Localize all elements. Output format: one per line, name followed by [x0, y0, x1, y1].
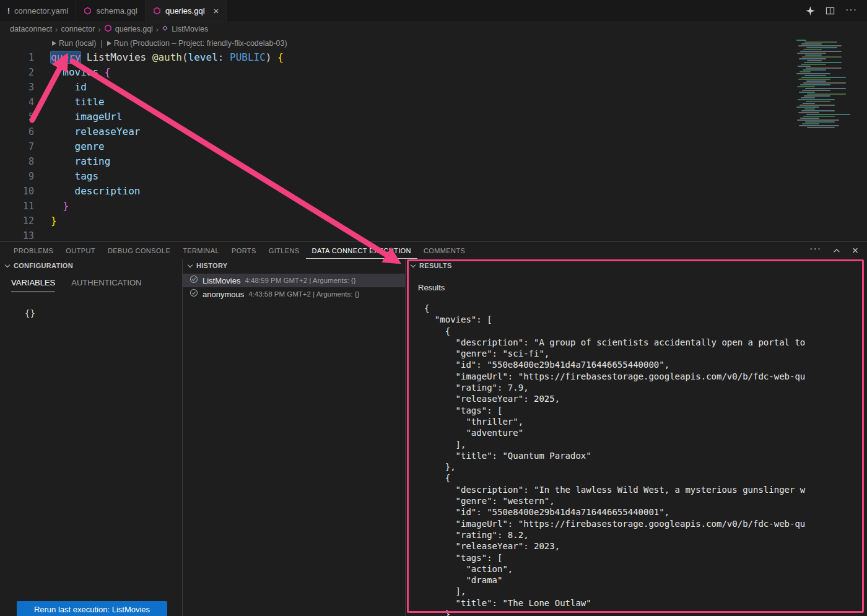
- run-production-label: Run (Production – Project: friendly-flix…: [114, 39, 287, 48]
- minimap-line: [805, 54, 822, 56]
- breadcrumb-label: connector: [61, 25, 95, 33]
- panel-tab-problems[interactable]: PROBLEMS: [7, 242, 59, 259]
- line-number: 8: [0, 154, 34, 169]
- code-line[interactable]: 10 description: [0, 184, 867, 199]
- breadcrumb-item-queries-gql[interactable]: queries.gql: [104, 24, 153, 34]
- code-line[interactable]: 12}: [0, 214, 867, 228]
- code-text: imageUrl: [51, 110, 123, 124]
- history-item[interactable]: ListMovies4:48:59 PM GMT+2 | Arguments: …: [183, 274, 405, 287]
- line-number: 3: [0, 80, 34, 95]
- panel-tab-output[interactable]: OUTPUT: [59, 242, 102, 259]
- breadcrumb-separator: ›: [98, 25, 100, 34]
- panel-tab-debug-console[interactable]: DEBUG CONSOLE: [102, 242, 176, 259]
- code-editor[interactable]: Run (local) | Run (Production – Project:…: [0, 36, 867, 242]
- breadcrumb-item-dataconnect[interactable]: dataconnect: [10, 25, 52, 33]
- run-production-link[interactable]: Run (Production – Project: friendly-flix…: [107, 39, 287, 48]
- minimap[interactable]: [795, 37, 867, 183]
- code-line[interactable]: 5 imageUrl: [0, 110, 867, 124]
- panel-tab-data-connect-execution[interactable]: DATA CONNECT EXECUTION: [306, 242, 417, 259]
- panel-close-icon[interactable]: ×: [852, 245, 858, 257]
- panel-maximize-icon[interactable]: [832, 246, 841, 255]
- history-header[interactable]: HISTORY: [183, 259, 405, 272]
- line-number: 5: [0, 110, 34, 124]
- code-line[interactable]: 1query ListMovies @auth(level: PUBLIC) {: [0, 50, 867, 65]
- minimap-line: [798, 99, 835, 100]
- check-circle-icon: [190, 288, 198, 300]
- tab-authentication[interactable]: AUTHENTICATION: [71, 278, 141, 292]
- code-line[interactable]: 7 genre: [0, 139, 867, 154]
- minimap-line: [798, 45, 842, 46]
- tab-connector-yaml[interactable]: !connector.yaml: [0, 0, 76, 22]
- minimap-line: [801, 97, 815, 98]
- panel-tab-ports[interactable]: PORTS: [225, 242, 263, 259]
- breadcrumb-separator: ›: [55, 25, 58, 34]
- code-line[interactable]: 13: [0, 228, 867, 242]
- history-item[interactable]: anonymous4:43:58 PM GMT+2 | Arguments: {…: [183, 287, 405, 301]
- results-title: RESULTS: [419, 262, 452, 269]
- minimap-line: [807, 60, 822, 61]
- minimap-line: [804, 95, 830, 97]
- minimap-line: [804, 62, 842, 63]
- code-text: rating: [51, 154, 110, 169]
- minimap-line: [803, 69, 826, 71]
- code-line[interactable]: 3 id: [0, 80, 867, 95]
- panel-tab-gitlens[interactable]: GITLENS: [263, 242, 306, 259]
- minimap-line: [796, 40, 806, 41]
- breadcrumb-item-listmovies[interactable]: ListMovies: [162, 25, 208, 33]
- code-text: id: [51, 80, 87, 95]
- sparkle-icon[interactable]: [806, 6, 815, 15]
- rerun-button[interactable]: Rerun last execution: ListMovies: [17, 601, 167, 616]
- breadcrumb-label: dataconnect: [10, 25, 52, 33]
- breadcrumb-label: queries.gql: [115, 25, 153, 33]
- run-local-link[interactable]: Run (local): [52, 39, 96, 48]
- code-line[interactable]: 2 movies {: [0, 65, 867, 80]
- minimap-line: [798, 112, 819, 113]
- chevron-down-icon: [411, 262, 416, 267]
- breadcrumb-item-connector[interactable]: connector: [61, 25, 95, 33]
- chevron-down-icon: [188, 262, 193, 267]
- minimap-line: [804, 75, 826, 76]
- configuration-header[interactable]: CONFIGURATION: [0, 259, 182, 272]
- graphql-file-icon: [84, 7, 92, 15]
- history-list: ListMovies4:48:59 PM GMT+2 | Arguments: …: [183, 274, 405, 301]
- minimap-line: [802, 56, 842, 58]
- editor-tabs: !connector.yamlschema.gqlqueries.gql×: [0, 0, 227, 22]
- code-line[interactable]: 9 tags: [0, 169, 867, 184]
- line-number: 6: [0, 124, 34, 139]
- codelens: Run (local) | Run (Production – Project:…: [0, 36, 867, 50]
- code-line[interactable]: 6 releaseYear: [0, 124, 867, 139]
- breadcrumb-label: ListMovies: [172, 25, 208, 33]
- tab-queries-gql[interactable]: queries.gql×: [146, 0, 227, 22]
- minimap-line: [804, 41, 837, 43]
- split-editor-icon[interactable]: [826, 6, 835, 15]
- tab-variables[interactable]: VARIABLES: [11, 278, 55, 292]
- results-json[interactable]: { "movies": [ { "description": "A group …: [424, 303, 867, 616]
- minimap-line: [801, 110, 835, 111]
- minimap-line: [804, 108, 815, 110]
- panel-tab-comments[interactable]: COMMENTS: [417, 242, 471, 259]
- editor-tab-bar: !connector.yamlschema.gqlqueries.gql× ··…: [0, 0, 867, 22]
- check-circle-icon: [190, 275, 198, 286]
- minimap-line: [801, 77, 846, 78]
- line-number: 13: [0, 228, 34, 242]
- tab-label: connector.yaml: [14, 6, 68, 15]
- panel-tab-bar: PROBLEMSOUTPUTDEBUG CONSOLETERMINALPORTS…: [0, 242, 867, 259]
- code-text: }: [51, 199, 69, 214]
- code-text: }: [51, 214, 57, 228]
- code-line[interactable]: 8 rating: [0, 154, 867, 169]
- code-text: tags: [51, 169, 98, 184]
- results-header[interactable]: RESULTS: [406, 259, 867, 272]
- code-line[interactable]: 4 title: [0, 95, 867, 110]
- panel-more-icon[interactable]: ···: [809, 243, 821, 254]
- code-text: releaseYear: [51, 124, 141, 139]
- variables-editor[interactable]: {}: [25, 308, 182, 318]
- breadcrumb: dataconnect›connector›queries.gql›ListMo…: [0, 22, 867, 36]
- panel-tab-terminal[interactable]: TERMINAL: [176, 242, 225, 259]
- tab-close-icon[interactable]: ×: [214, 6, 219, 15]
- results-label: Results: [418, 283, 867, 292]
- tab-schema-gql[interactable]: schema.gql: [76, 0, 145, 22]
- code-line[interactable]: 11 }: [0, 199, 867, 214]
- minimap-line: [799, 71, 811, 72]
- symbol-icon: [162, 25, 168, 33]
- bottom-panel: PROBLEMSOUTPUTDEBUG CONSOLETERMINALPORTS…: [0, 241, 867, 616]
